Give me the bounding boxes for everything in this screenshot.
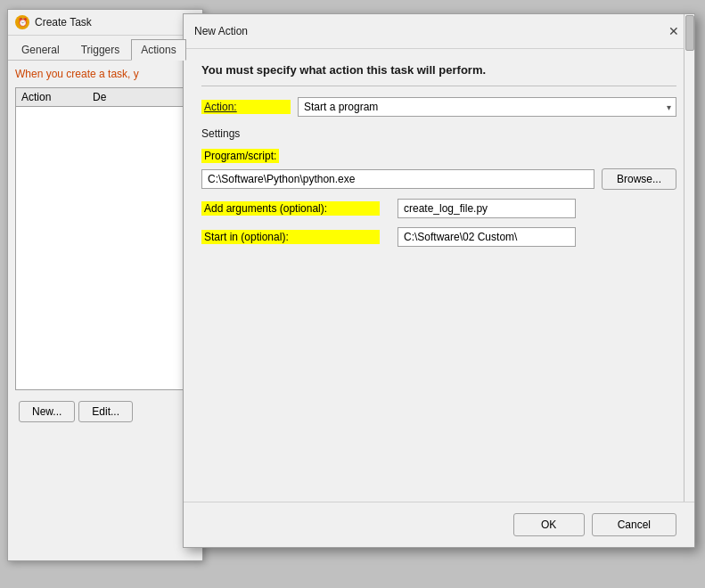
create-task-description: When you create a task, y (15, 68, 195, 80)
dialog-close-button[interactable]: ✕ (664, 21, 684, 41)
tab-actions[interactable]: Actions (131, 39, 185, 61)
program-script-label: Program/script: (201, 149, 279, 163)
start-in-row: Start in (optional): (201, 227, 676, 247)
new-button[interactable]: New... (19, 401, 75, 422)
new-action-dialog: New Action ✕ You must specify what actio… (183, 13, 695, 548)
tab-triggers[interactable]: Triggers (71, 39, 130, 60)
create-task-tabs: General Triggers Actions (8, 36, 202, 61)
cancel-button[interactable]: Cancel (592, 513, 676, 536)
dialog-title: New Action (194, 25, 248, 37)
start-in-label: Start in (optional): (201, 230, 380, 244)
scrollbar-thumb[interactable] (685, 15, 694, 51)
action-col-header: Action (21, 91, 93, 103)
detail-col-header: De (93, 91, 106, 103)
dialog-scrollbar[interactable] (684, 14, 694, 547)
action-label: Action: (201, 100, 291, 114)
task-icon: ⏰ (15, 15, 29, 29)
dialog-body: You must specify what action this task w… (184, 49, 694, 270)
settings-section: Settings Program/script: Browse... Add a… (201, 127, 676, 247)
dialog-footer: OK Cancel (184, 502, 694, 547)
action-table-header: Action De (16, 88, 194, 107)
action-select-wrapper: Start a program ▾ (298, 97, 676, 117)
add-arguments-row: Add arguments (optional): (201, 199, 676, 218)
ok-button[interactable]: OK (513, 513, 585, 536)
program-script-input-row: Browse... (201, 168, 676, 190)
start-in-input[interactable] (398, 227, 576, 247)
create-task-titlebar: ⏰ Create Task (8, 10, 202, 36)
dialog-titlebar: New Action ✕ (184, 14, 694, 49)
create-task-buttons: New... Edit... (15, 397, 195, 426)
program-script-input[interactable] (201, 169, 594, 189)
dialog-description: You must specify what action this task w… (201, 63, 676, 86)
tab-general[interactable]: General (12, 39, 70, 60)
action-field-row: Action: Start a program ▾ (201, 97, 676, 117)
add-arguments-input[interactable] (398, 199, 576, 218)
program-script-section: Program/script: Browse... (201, 149, 676, 190)
create-task-window: ⏰ Create Task General Triggers Actions W… (7, 9, 203, 561)
create-task-body: When you create a task, y Action De New.… (8, 61, 202, 433)
settings-label: Settings (201, 127, 676, 140)
action-table: Action De (15, 87, 195, 390)
browse-button[interactable]: Browse... (602, 168, 676, 190)
create-task-title: Create Task (35, 16, 92, 29)
edit-button[interactable]: Edit... (78, 401, 133, 422)
add-arguments-label: Add arguments (optional): (201, 201, 380, 216)
action-select[interactable]: Start a program (298, 97, 676, 117)
